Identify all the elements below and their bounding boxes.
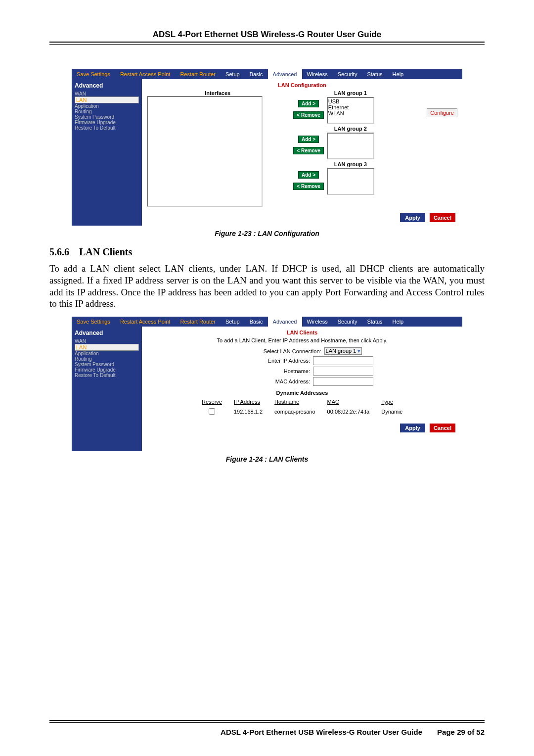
sidebar-item[interactable]: Firmware Upgrade [75, 120, 139, 125]
sidebar: Advanced WANLANApplicationRoutingSystem … [72, 79, 142, 226]
sidebar-item[interactable]: Routing [75, 109, 139, 114]
nav-item[interactable]: Basic [245, 317, 268, 327]
sidebar-item[interactable]: WAN [75, 338, 139, 344]
interfaces-listbox[interactable] [147, 96, 263, 207]
nav-item[interactable]: Setup [221, 317, 245, 327]
panel-title: LAN Clients [147, 330, 457, 335]
nav-item[interactable]: Security [333, 69, 362, 79]
nav-item[interactable]: Help [388, 317, 409, 327]
nav-item[interactable]: Advanced [268, 317, 302, 327]
nav-item[interactable]: Save Settings [72, 69, 115, 79]
nav-item[interactable]: Advanced [268, 69, 302, 79]
figure-caption-1: Figure 1-23 : LAN Configuration [49, 230, 485, 237]
dynamic-addresses-table: ReserveIP AddressHostnameMACType 192.168… [196, 398, 408, 417]
column-header: MAC [321, 398, 376, 406]
remove-button[interactable]: < Remove [293, 147, 324, 154]
add-button[interactable]: Add > [298, 136, 319, 143]
nav-item[interactable]: Basic [245, 69, 268, 79]
cell-mac: 00:08:02:2e:74:fa [321, 406, 376, 417]
list-item[interactable]: WLAN [328, 110, 373, 116]
list-item[interactable]: USB [328, 98, 373, 104]
nav-item[interactable]: Save Settings [72, 317, 115, 327]
nav-item[interactable]: Security [333, 317, 362, 327]
sidebar: Advanced WANLANApplicationRoutingSystem … [72, 327, 142, 451]
ip-input[interactable] [313, 356, 373, 365]
hostname-label: Hostname: [231, 368, 310, 374]
reserve-checkbox[interactable] [209, 408, 215, 415]
section-body: To add a LAN client select LAN clients, … [49, 263, 485, 310]
cancel-button[interactable]: Cancel [430, 424, 455, 432]
nav-item[interactable]: Wireless [302, 69, 333, 79]
lan-group-title: LAN group 2 [327, 126, 374, 132]
lan-connection-select[interactable]: LAN group 1 ▾ [324, 347, 362, 355]
configure-button[interactable]: Configure [427, 108, 457, 117]
screenshot-lan-clients: Save SettingsRestart Access PointRestart… [72, 317, 462, 451]
column-header: IP Address [228, 398, 268, 406]
sidebar-item[interactable]: WAN [75, 91, 139, 96]
top-nav: Save SettingsRestart Access PointRestart… [72, 69, 462, 79]
apply-button[interactable]: Apply [400, 424, 425, 432]
cell-hostname: compaq-presario [268, 406, 321, 417]
lan-group-listbox[interactable]: USBEthernetWLAN [327, 97, 374, 124]
sidebar-item[interactable]: Application [75, 351, 139, 356]
section-heading: 5.6.6 LAN Clients [49, 246, 485, 258]
nav-item[interactable]: Setup [221, 69, 245, 79]
hostname-input[interactable] [313, 367, 373, 376]
top-nav: Save SettingsRestart Access PointRestart… [72, 317, 462, 327]
remove-button[interactable]: < Remove [293, 111, 324, 119]
page-header: ADSL 4-Port Ethernet USB Wireless-G Rout… [49, 30, 485, 42]
screenshot-lan-config: Save SettingsRestart Access PointRestart… [72, 69, 462, 226]
table-row: 192.168.1.2compaq-presario00:08:02:2e:74… [196, 406, 408, 417]
lan-group-title: LAN group 3 [327, 161, 374, 167]
sidebar-item[interactable]: Restore To Default [75, 125, 139, 131]
sidebar-item[interactable]: System Password [75, 114, 139, 120]
nav-item[interactable]: Help [388, 69, 409, 79]
lan-group-listbox[interactable] [327, 133, 374, 159]
column-header: Hostname [268, 398, 321, 406]
nav-item[interactable]: Status [362, 317, 387, 327]
mac-label: MAC Address: [231, 378, 310, 384]
add-button[interactable]: Add > [298, 100, 319, 107]
column-header: Type [375, 398, 408, 406]
column-header: Reserve [196, 398, 228, 406]
cell-type: Dynamic [375, 406, 408, 417]
sidebar-heading: Advanced [75, 82, 139, 89]
nav-item[interactable]: Wireless [302, 317, 333, 327]
sidebar-item[interactable]: System Password [75, 362, 139, 367]
nav-item[interactable]: Restart Access Point [115, 69, 176, 79]
nav-item[interactable]: Restart Access Point [115, 317, 176, 327]
sidebar-item[interactable]: LAN [75, 96, 139, 103]
lan-group-title: LAN group 1 [327, 90, 374, 96]
apply-button[interactable]: Apply [400, 213, 425, 222]
add-button[interactable]: Add > [298, 171, 319, 179]
cell-ip: 192.168.1.2 [228, 406, 268, 417]
page-footer: ADSL 4-Port Ethernet USB Wireless-G Rout… [49, 720, 485, 736]
sidebar-item[interactable]: Application [75, 103, 139, 109]
sidebar-item[interactable]: Firmware Upgrade [75, 367, 139, 373]
interfaces-label: Interfaces [147, 90, 288, 96]
figure-caption-2: Figure 1-24 : LAN Clients [49, 455, 485, 463]
remove-button[interactable]: < Remove [293, 183, 324, 190]
chevron-down-icon: ▾ [357, 348, 360, 354]
panel-title: LAN Configuration [147, 82, 457, 88]
nav-item[interactable]: Restart Router [175, 69, 221, 79]
sidebar-heading: Advanced [75, 330, 139, 336]
header-rule [49, 42, 485, 45]
sidebar-item[interactable]: Routing [75, 356, 139, 362]
cancel-button[interactable]: Cancel [430, 213, 455, 222]
ip-label: Enter IP Address: [231, 358, 310, 364]
sidebar-item[interactable]: Restore To Default [75, 373, 139, 378]
dynamic-addresses-title: Dynamic Addresses [147, 390, 457, 396]
panel-subtitle: To add a LAN Client, Enter IP Address an… [147, 337, 457, 343]
list-item[interactable]: Ethernet [328, 104, 373, 110]
mac-input[interactable] [313, 377, 373, 386]
select-conn-label: Select LAN Connection: [242, 348, 321, 354]
lan-group-listbox[interactable] [327, 168, 374, 195]
nav-item[interactable]: Status [362, 69, 387, 79]
nav-item[interactable]: Restart Router [175, 317, 221, 327]
sidebar-item[interactable]: LAN [75, 344, 139, 351]
